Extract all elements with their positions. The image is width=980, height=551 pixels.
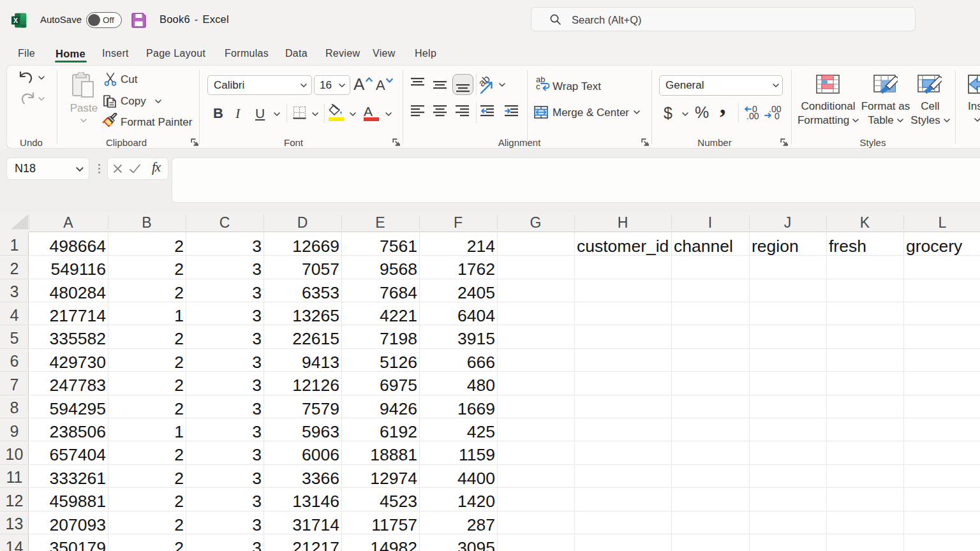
svg-text:X: X [13, 17, 18, 24]
